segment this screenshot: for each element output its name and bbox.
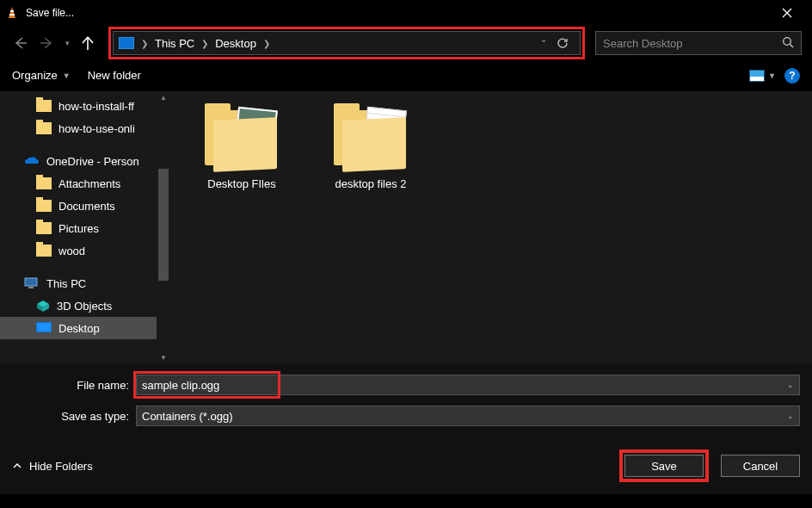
chevron-right-icon: ❯ bbox=[138, 39, 151, 48]
tree-item[interactable]: how-to-install-ff bbox=[0, 95, 170, 117]
tree-item[interactable]: how-to-use-onli bbox=[0, 117, 170, 139]
scrollbar-thumb[interactable] bbox=[158, 169, 169, 281]
window-title: Save file... bbox=[26, 7, 769, 19]
search-icon bbox=[782, 36, 794, 51]
arrow-right-icon bbox=[38, 34, 55, 52]
refresh-button[interactable] bbox=[554, 34, 571, 52]
arrow-left-icon bbox=[12, 34, 29, 52]
savetype-select[interactable]: Containers (*.ogg) ⌄ bbox=[136, 406, 800, 426]
folder-thumbnail-icon bbox=[205, 103, 279, 172]
folder-item[interactable]: desktop files 2 bbox=[323, 103, 418, 190]
chevron-down-icon[interactable]: ⌄ bbox=[787, 412, 794, 420]
svg-marker-0 bbox=[9, 7, 15, 18]
save-button[interactable]: Save bbox=[624, 455, 704, 477]
folder-icon bbox=[36, 245, 52, 257]
savetype-value: Containers (*.ogg) bbox=[142, 410, 233, 423]
folder-icon bbox=[36, 222, 52, 234]
new-folder-button[interactable]: New folder bbox=[88, 69, 141, 82]
view-mode-button[interactable]: ▼ bbox=[749, 70, 776, 82]
tree-scrollbar[interactable]: ▲ ▼ bbox=[157, 91, 170, 363]
vlc-app-icon bbox=[5, 6, 19, 20]
chevron-right-icon: ❯ bbox=[198, 39, 212, 48]
organize-label: Organize bbox=[12, 69, 58, 82]
close-icon bbox=[782, 8, 792, 18]
search-input[interactable] bbox=[603, 37, 782, 50]
svg-line-6 bbox=[790, 44, 794, 47]
folder-icon bbox=[36, 122, 52, 134]
filename-input[interactable]: sample clip.ogg ⌄ bbox=[136, 375, 800, 395]
tree-onedrive[interactable]: OneDrive - Person bbox=[0, 150, 170, 172]
address-bar-highlight: ❯ This PC ❯ Desktop ❯ ⌄ bbox=[108, 27, 585, 59]
onedrive-icon bbox=[24, 156, 40, 166]
view-icon bbox=[749, 70, 765, 82]
tree-item[interactable]: Attachments bbox=[0, 172, 170, 195]
folder-icon bbox=[36, 100, 52, 112]
filename-value: sample clip.ogg bbox=[142, 379, 219, 392]
cancel-button[interactable]: Cancel bbox=[721, 455, 800, 477]
tree-item-desktop[interactable]: Desktop bbox=[0, 317, 170, 339]
chevron-down-icon: ▼ bbox=[63, 71, 71, 80]
folder-icon bbox=[36, 177, 52, 189]
forward-button[interactable] bbox=[36, 33, 57, 53]
cube-icon bbox=[36, 300, 50, 312]
savetype-label: Save as type: bbox=[0, 410, 136, 423]
folder-label: Desktop FIles bbox=[207, 177, 275, 190]
filename-label: File name: bbox=[0, 379, 136, 392]
chevron-down-icon: ▼ bbox=[768, 71, 776, 80]
svg-rect-8 bbox=[28, 287, 34, 288]
scroll-down-icon[interactable]: ▼ bbox=[157, 351, 170, 363]
recent-dropdown[interactable]: ▾ bbox=[62, 33, 72, 53]
folder-label: desktop files 2 bbox=[335, 177, 406, 190]
close-button[interactable] bbox=[769, 0, 805, 26]
hide-folders-toggle[interactable]: Hide Folders bbox=[12, 460, 93, 473]
chevron-up-icon bbox=[12, 461, 22, 471]
svg-rect-2 bbox=[9, 14, 15, 15]
chevron-right-icon: ❯ bbox=[260, 39, 274, 48]
chevron-down-icon[interactable]: ⌄ bbox=[540, 34, 547, 52]
save-button-highlight: Save bbox=[619, 449, 709, 482]
tree-item[interactable]: Pictures bbox=[0, 217, 170, 239]
refresh-icon bbox=[557, 37, 569, 49]
tree-item[interactable]: Documents bbox=[0, 195, 170, 217]
folder-item[interactable]: Desktop FIles bbox=[194, 103, 289, 190]
this-pc-crumb-icon bbox=[119, 37, 134, 49]
breadcrumb-this-pc[interactable]: This PC bbox=[155, 37, 194, 50]
svg-point-5 bbox=[784, 37, 791, 45]
address-bar[interactable]: ❯ This PC ❯ Desktop ❯ ⌄ bbox=[113, 31, 581, 55]
folder-thumbnail-icon bbox=[334, 103, 408, 172]
this-pc-icon bbox=[24, 277, 40, 289]
content-pane[interactable]: Desktop FIles desktop files 2 bbox=[170, 91, 812, 363]
scroll-up-icon[interactable]: ▲ bbox=[157, 91, 170, 103]
folder-icon bbox=[36, 200, 52, 212]
svg-rect-1 bbox=[10, 10, 14, 12]
arrow-up-icon bbox=[79, 34, 96, 52]
svg-rect-7 bbox=[25, 278, 37, 286]
breadcrumb-desktop[interactable]: Desktop bbox=[215, 37, 256, 50]
svg-rect-13 bbox=[37, 323, 51, 331]
tree-item[interactable]: 3D Objects bbox=[0, 294, 170, 317]
up-button[interactable] bbox=[77, 33, 98, 53]
search-field[interactable] bbox=[595, 31, 802, 55]
chevron-down-icon[interactable]: ⌄ bbox=[787, 381, 794, 389]
tree-this-pc[interactable]: This PC bbox=[0, 272, 170, 294]
help-button[interactable]: ? bbox=[784, 68, 800, 84]
hide-folders-label: Hide Folders bbox=[29, 460, 93, 473]
back-button[interactable] bbox=[10, 33, 31, 53]
tree-item[interactable]: wood bbox=[0, 239, 170, 262]
navigation-tree[interactable]: how-to-install-ff how-to-use-onli OneDri… bbox=[0, 91, 170, 363]
desktop-icon bbox=[36, 322, 52, 334]
organize-menu[interactable]: Organize ▼ bbox=[12, 69, 71, 82]
